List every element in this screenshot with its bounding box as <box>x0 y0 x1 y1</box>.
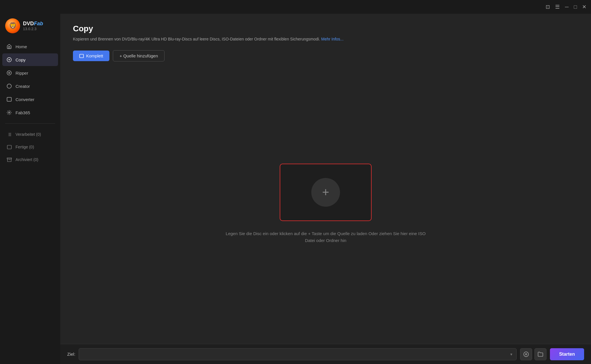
disc-icon <box>523 351 529 357</box>
svg-point-18 <box>524 352 529 357</box>
sidebar: 🦁 DVDFab 13.0.2.3 Home Copy <box>0 14 60 364</box>
content-area: Copy Kopieren und Brennen von DVD/Blu-ra… <box>60 14 591 344</box>
app-body: 🦁 DVDFab 13.0.2.3 Home Copy <box>0 14 591 364</box>
svg-point-4 <box>9 72 10 74</box>
quelle-button[interactable]: + Quelle hinzufügen <box>113 50 165 61</box>
toolbar: Komplett + Quelle hinzufügen <box>73 50 578 61</box>
drop-zone[interactable]: + <box>280 164 372 221</box>
sidebar-label-archiviert: Archiviert (0) <box>16 157 38 162</box>
chevron-down-icon: ▾ <box>510 352 512 357</box>
sidebar-label-converter: Converter <box>16 97 34 102</box>
minimize-icon[interactable]: ─ <box>565 4 569 10</box>
nav-items: Home Copy Ripper Creator <box>0 40 60 119</box>
svg-point-5 <box>7 84 11 88</box>
logo-text: DVDFab 13.0.2.3 <box>23 21 43 31</box>
svg-point-7 <box>9 112 10 113</box>
svg-rect-17 <box>80 54 83 58</box>
verarbeitet-icon <box>6 131 12 137</box>
svg-rect-15 <box>7 158 11 159</box>
sidebar-label-home: Home <box>16 44 27 49</box>
page-title: Copy <box>73 24 578 33</box>
svg-point-3 <box>7 71 11 75</box>
sidebar-label-fab365: Fab365 <box>16 110 30 115</box>
app-name: DVDFab <box>23 21 43 27</box>
svg-point-19 <box>525 353 527 355</box>
sidebar-item-fab365[interactable]: Fab365 <box>2 106 58 119</box>
ziel-icons <box>520 348 546 360</box>
folder-button[interactable] <box>534 348 546 360</box>
mehr-infos-link[interactable]: Mehr Infos... <box>321 37 343 41</box>
svg-rect-14 <box>7 145 11 149</box>
plus-icon: + <box>322 186 329 198</box>
close-icon[interactable]: ✕ <box>582 4 586 10</box>
sidebar-item-ripper[interactable]: Ripper <box>2 67 58 79</box>
menu-icon[interactable]: ☰ <box>555 4 560 10</box>
maximize-icon[interactable]: □ <box>574 4 577 10</box>
ripper-icon <box>6 70 12 76</box>
main-content: Copy Kopieren und Brennen von DVD/Blu-ra… <box>60 14 591 364</box>
ziel-label: Ziel: <box>67 352 75 357</box>
komplett-icon <box>79 54 84 58</box>
add-source-button[interactable]: + <box>311 178 340 207</box>
converter-icon <box>6 96 12 102</box>
sidebar-item-fertige[interactable]: Fertige (0) <box>2 141 58 153</box>
fertige-icon <box>6 144 12 150</box>
sidebar-divider <box>5 123 55 124</box>
folder-icon <box>538 351 543 357</box>
sidebar-item-verarbeitet[interactable]: Verarbeitet (0) <box>2 128 58 140</box>
drop-zone-wrapper: + Legen Sie die Disc ein oder klicken au… <box>73 71 578 337</box>
creator-icon <box>6 83 12 89</box>
komplett-button[interactable]: Komplett <box>73 51 109 61</box>
sidebar-item-archiviert[interactable]: Archiviert (0) <box>2 154 58 166</box>
ziel-dropdown[interactable]: ▾ <box>79 348 517 360</box>
sidebar-label-fertige: Fertige (0) <box>16 145 34 149</box>
app-logo: 🦁 <box>5 18 20 33</box>
copy-icon <box>6 57 12 63</box>
sidebar-item-copy[interactable]: Copy <box>2 53 58 66</box>
sidebar-section: Verarbeitet (0) Fertige (0) Archiviert (… <box>0 128 60 166</box>
logo-area: 🦁 DVDFab 13.0.2.3 <box>0 14 60 40</box>
start-button[interactable]: Starten <box>550 348 584 360</box>
sidebar-label-copy: Copy <box>16 57 26 62</box>
fab365-icon <box>6 110 12 115</box>
home-icon <box>6 44 12 49</box>
sidebar-label-ripper: Ripper <box>16 71 28 75</box>
drop-hint: Legen Sie die Disc ein oder klicken auf … <box>225 230 426 244</box>
sidebar-item-creator[interactable]: Creator <box>2 80 58 92</box>
restore-icon[interactable]: ⊡ <box>546 4 550 10</box>
titlebar: ⊡ ☰ ─ □ ✕ <box>0 0 591 14</box>
app-version: 13.0.2.3 <box>23 27 43 31</box>
sidebar-item-home[interactable]: Home <box>2 40 58 53</box>
iso-button[interactable] <box>520 348 532 360</box>
page-description: Kopieren und Brennen von DVD/Blu-ray/4K … <box>73 36 578 42</box>
svg-rect-6 <box>7 97 11 101</box>
sidebar-label-creator: Creator <box>16 84 30 89</box>
bottom-bar: Ziel: ▾ Starten <box>60 344 591 364</box>
sidebar-item-converter[interactable]: Converter <box>2 93 58 106</box>
archiviert-icon <box>6 157 12 162</box>
sidebar-label-verarbeitet: Verarbeitet (0) <box>16 132 41 137</box>
